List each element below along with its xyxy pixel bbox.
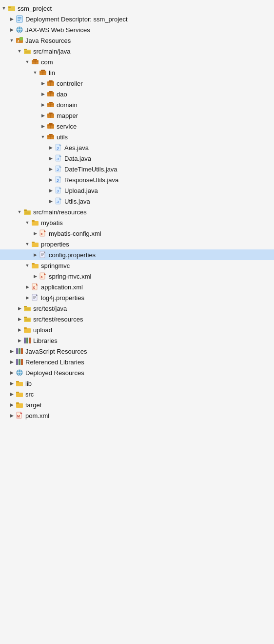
arrow-upload[interactable] <box>16 326 23 334</box>
tree-item-log4j-properties[interactable]: log4j.properties <box>0 292 274 303</box>
arrow-utils-java[interactable] <box>47 197 55 205</box>
arrow-lin[interactable] <box>31 69 39 76</box>
arrow-spring-mvc-xml[interactable] <box>31 272 39 280</box>
label-src-test-resources: src/test/resources <box>33 316 83 323</box>
tree-item-target[interactable]: target <box>0 399 274 410</box>
label-controller: controller <box>57 80 82 87</box>
label-upload: upload <box>33 326 52 334</box>
arrow-data-java[interactable] <box>47 154 55 162</box>
src-folder-icon <box>23 208 31 216</box>
arrow-libraries[interactable] <box>16 337 23 344</box>
tree-item-src[interactable]: src <box>0 389 274 399</box>
arrow-utils[interactable] <box>39 133 47 141</box>
arrow-deployment-descriptor[interactable] <box>8 15 16 23</box>
tree-item-properties[interactable]: properties <box>0 239 274 249</box>
tree-item-application-xml[interactable]: Xapplication.xml <box>0 282 274 292</box>
arrow-springmvc[interactable] <box>23 262 31 269</box>
arrow-deployed-resources[interactable] <box>8 369 16 377</box>
tree-item-lin[interactable]: lin <box>0 67 274 78</box>
tree-item-deployment-descriptor[interactable]: Deployment Descriptor: ssm_project <box>0 14 274 24</box>
arrow-mybatis[interactable] <box>23 219 31 227</box>
svg-rect-95 <box>24 306 27 307</box>
arrow-properties[interactable] <box>23 240 31 248</box>
tree-item-data-java[interactable]: JData.java <box>0 153 274 164</box>
label-lin: lin <box>49 69 55 76</box>
tree-item-springmvc[interactable]: springmvc <box>0 260 274 271</box>
arrow-controller[interactable] <box>39 79 47 87</box>
java-file-icon: J <box>55 165 62 173</box>
arrow-mapper[interactable] <box>39 112 47 119</box>
tree-item-jax-ws[interactable]: JAX-WS Web Services <box>0 24 274 35</box>
src-folder-icon <box>23 47 31 55</box>
tree-item-pom-xml[interactable]: Mpom.xml <box>0 410 274 421</box>
tree-item-src-test-resources[interactable]: src/test/resources <box>0 314 274 324</box>
label-data-java: Data.java <box>64 155 91 162</box>
tree-item-datetimeutils-java[interactable]: JDateTimeUtils.java <box>0 164 274 174</box>
svg-rect-68 <box>25 211 30 214</box>
arrow-mybatis-config-xml[interactable] <box>31 229 39 237</box>
label-deployed-resources: Deployed Resources <box>25 369 84 377</box>
tree-item-src-main-java[interactable]: src/main/java <box>0 46 274 57</box>
arrow-aes-java[interactable] <box>47 144 55 152</box>
tree-item-ssm_project[interactable]: ssm_project <box>0 3 274 14</box>
tree-item-com[interactable]: com <box>0 57 274 67</box>
arrow-referenced-libraries[interactable] <box>8 358 16 366</box>
svg-rect-105 <box>16 348 18 354</box>
tree-item-responseutils-java[interactable]: JResponseUtils.java <box>0 174 274 185</box>
pkg-icon <box>31 58 39 66</box>
tree-item-dao[interactable]: dao <box>0 89 274 99</box>
arrow-service[interactable] <box>39 122 47 130</box>
arrow-pom-xml[interactable] <box>8 412 16 419</box>
tree-item-controller[interactable]: controller <box>0 78 274 89</box>
arrow-javascript-resources[interactable] <box>8 347 16 355</box>
tree-item-utils[interactable]: utils <box>0 132 274 142</box>
tree-item-libraries[interactable]: Libraries <box>0 335 274 346</box>
arrow-src-main-resources[interactable] <box>16 208 23 216</box>
tree-item-utils-java[interactable]: JUtils.java <box>0 196 274 207</box>
label-lib: lib <box>25 380 32 387</box>
tree-item-upload-java[interactable]: JUpload.java <box>0 185 274 196</box>
tree-item-service[interactable]: service <box>0 121 274 132</box>
tree-item-java-resources[interactable]: JJava Resources <box>0 35 274 46</box>
label-service: service <box>57 123 77 130</box>
tree-item-spring-mvc-xml[interactable]: Xspring-mvc.xml <box>0 271 274 282</box>
label-application-xml: application.xml <box>41 284 83 291</box>
tree-item-referenced-libraries[interactable]: Referenced Libraries <box>0 357 274 367</box>
arrow-src[interactable] <box>8 390 16 398</box>
arrow-domain[interactable] <box>39 101 47 109</box>
tree-item-deployed-resources[interactable]: Deployed Resources <box>0 367 274 378</box>
project-icon <box>8 4 16 12</box>
tree-item-upload[interactable]: upload <box>0 324 274 335</box>
arrow-config-properties[interactable] <box>31 251 39 259</box>
tree-item-config-properties[interactable]: config.properties <box>0 249 274 260</box>
tree-item-src-main-resources[interactable]: src/main/resources <box>0 207 274 217</box>
arrow-dao[interactable] <box>39 90 47 98</box>
arrow-ssm_project[interactable] <box>0 4 8 12</box>
arrow-jax-ws[interactable] <box>8 26 16 34</box>
tree-item-javascript-resources[interactable]: JavaScript Resources <box>0 346 274 357</box>
arrow-log4j-properties[interactable] <box>23 294 31 302</box>
arrow-com[interactable] <box>23 58 31 66</box>
arrow-target[interactable] <box>8 401 16 409</box>
arrow-src-test-resources[interactable] <box>16 315 23 323</box>
arrow-src-main-java[interactable] <box>16 47 23 55</box>
folder-icon <box>23 326 31 334</box>
arrow-application-xml[interactable] <box>23 283 31 291</box>
tree-item-lib[interactable]: lib <box>0 378 274 389</box>
tree-item-mybatis[interactable]: mybatis <box>0 217 274 228</box>
arrow-datetimeutils-java[interactable] <box>47 165 55 173</box>
arrow-responseutils-java[interactable] <box>47 176 55 184</box>
svg-text:J: J <box>57 157 59 161</box>
tree-item-aes-java[interactable]: JAes.java <box>0 142 274 153</box>
label-pom-xml: pom.xml <box>25 412 49 419</box>
tree-item-src-test-java[interactable]: src/test/java <box>0 303 274 314</box>
tree-item-domain[interactable]: domain <box>0 99 274 110</box>
svg-rect-119 <box>16 402 19 404</box>
arrow-java-resources[interactable] <box>8 37 16 44</box>
arrow-src-test-java[interactable] <box>16 304 23 312</box>
svg-text:J: J <box>17 39 19 43</box>
tree-item-mybatis-config-xml[interactable]: Xmybatis-config.xml <box>0 228 274 239</box>
arrow-lib[interactable] <box>8 379 16 387</box>
tree-item-mapper[interactable]: mapper <box>0 110 274 121</box>
arrow-upload-java[interactable] <box>47 187 55 194</box>
